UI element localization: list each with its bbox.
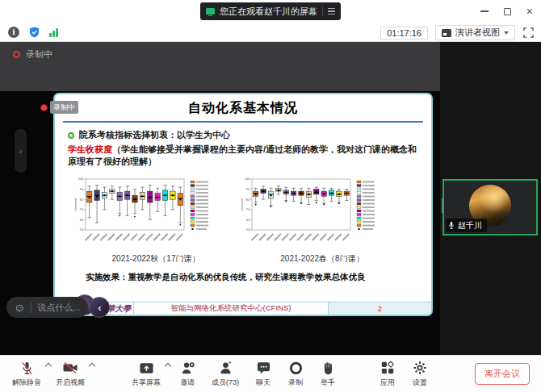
chevron-up-icon[interactable]: [165, 362, 171, 369]
record-ring-icon: [288, 360, 304, 376]
highlight-text: 学生收获度: [68, 144, 112, 154]
meeting-topbar: i 01:17:16 演讲者视图: [0, 23, 541, 42]
slide-footer: 清華大學 智能与网络化系统研究中心(CFINS) 2: [55, 302, 431, 315]
share-screen-button[interactable]: 共享屏幕: [128, 357, 165, 392]
quick-chat-bar: ☺ 说点什么... ‹: [6, 297, 110, 318]
microphone-icon: [448, 221, 455, 230]
start-video-button[interactable]: 开启视频: [52, 357, 89, 392]
apps-grid-icon: [380, 360, 395, 376]
svg-text:70: 70: [246, 208, 250, 211]
apps-button[interactable]: 应用: [371, 357, 404, 392]
caption-autumn: 2021-2022秋（17门课）: [73, 253, 239, 265]
shared-slide: 录制中 自动化系基本情况 院系考核指标选择初衷：以学生为中心 学生收获度（学生能…: [53, 93, 433, 316]
security-shield-icon[interactable]: [28, 26, 40, 39]
svg-text:60: 60: [246, 218, 250, 221]
emoji-icon[interactable]: ☺: [14, 302, 25, 313]
meeting-window: 您正在观看赵千川的屏幕 × i 01:17:16 演讲者视图: [0, 0, 541, 392]
invite-button[interactable]: 邀请: [171, 357, 203, 392]
screen-share-icon: [206, 8, 215, 15]
panel-expand-handle[interactable]: ›: [15, 129, 27, 173]
chart-captions: 2021-2022秋（17门课） 2021-2022春（8门课）: [55, 253, 431, 265]
caption-spring: 2021-2022春（8门课）: [239, 253, 405, 265]
view-mode-button[interactable]: 演讲者视图: [435, 25, 515, 40]
recording-indicator: 录制中: [13, 48, 52, 60]
svg-text:50: 50: [80, 228, 83, 231]
microphone-muted-icon: [19, 360, 35, 376]
members-button[interactable]: 成员(73): [203, 357, 247, 392]
raise-hand-button[interactable]: 举手: [312, 357, 344, 392]
chevron-up-icon[interactable]: [45, 362, 52, 369]
recording-label: 录制中: [26, 48, 52, 60]
svg-text:70: 70: [80, 208, 83, 211]
meeting-toolbar: 解除静音 开启视频 共享屏幕: [0, 355, 541, 392]
participant-video-tile[interactable]: 赵千川: [442, 179, 538, 236]
slide-bullet: 院系考核指标选择初衷：以学生为中心: [68, 129, 431, 141]
minimize-button[interactable]: [480, 10, 489, 11]
invite-person-icon: [180, 360, 195, 376]
svg-text:80: 80: [80, 198, 83, 201]
title-rule: [63, 121, 423, 123]
chat-button[interactable]: 聊天: [247, 357, 279, 392]
record-dot-icon: [13, 51, 20, 58]
charts-row: 5060708090100 5060708090100: [73, 175, 431, 252]
screen-share-stage: 录制中 › 录制中 自动化系基本情况 院系考核指标选择初衷：以学生为中心 学生收…: [0, 42, 440, 355]
share-screen-icon: [139, 360, 154, 376]
chat-placeholder: 说点什么...: [37, 302, 80, 314]
maximize-button[interactable]: [504, 8, 511, 15]
footer-page-number: 2: [329, 302, 431, 315]
titlebar: 您正在观看赵千川的屏幕 ×: [0, 0, 541, 23]
meeting-info-icon[interactable]: i: [8, 27, 19, 38]
record-dot-icon: [40, 104, 48, 111]
svg-text:50: 50: [246, 228, 250, 231]
raised-hand-icon: [321, 360, 335, 376]
footer-center-cell: 智能与网络化系统研究中心(CFINS): [134, 302, 329, 315]
paragraph-text: （学生能够接受并掌握课程的主要内容/通过老师的教学，我对这门课的概念和原理有了很…: [68, 144, 417, 166]
record-button[interactable]: 录制: [279, 357, 312, 392]
meeting-timer: 01:17:16: [380, 27, 428, 40]
svg-text:100: 100: [78, 177, 83, 181]
fullscreen-icon[interactable]: [522, 27, 535, 39]
effect-line: 实施效果：重视教学是自动化系的优良传统，研究生课程教学效果总体优良: [86, 272, 421, 283]
menu-icon[interactable]: [328, 8, 335, 15]
slide-paragraph: 学生收获度（学生能够接受并掌握课程的主要内容/通过老师的教学，我对这门课的概念和…: [68, 144, 418, 168]
chevron-down-icon: [504, 31, 509, 35]
leave-meeting-button[interactable]: 离开会议: [475, 363, 530, 385]
participant-name-tag: 赵千川: [446, 219, 487, 232]
svg-text:90: 90: [80, 188, 83, 191]
boxplot-autumn: 5060708090100: [73, 175, 239, 252]
window-controls: ×: [480, 0, 533, 23]
banner-text: 您正在观看赵千川的屏幕: [220, 6, 317, 18]
chat-input[interactable]: ☺ 说点什么...: [6, 297, 88, 318]
boxplot-spring: 5060708090100: [239, 175, 405, 252]
participant-name: 赵千川: [458, 220, 482, 231]
unmute-button[interactable]: 解除静音: [8, 357, 45, 392]
chat-bubble-icon: [256, 360, 271, 376]
divider: [31, 302, 31, 313]
svg-text:80: 80: [246, 198, 250, 201]
collapse-chat-button[interactable]: ‹: [89, 297, 110, 318]
members-icon: [218, 360, 233, 376]
settings-button[interactable]: 设置: [404, 357, 436, 392]
camera-off-icon: [62, 360, 78, 376]
bullet-text: 院系考核指标选择初衷：以学生为中心: [79, 129, 230, 141]
view-mode-label: 演讲者视图: [455, 27, 500, 39]
svg-text:100: 100: [245, 177, 250, 181]
participants-sidebar: 赵千川: [440, 42, 541, 355]
stage-top-band: [0, 42, 440, 91]
chevron-up-icon[interactable]: [89, 362, 95, 369]
gear-icon: [413, 360, 427, 376]
screen-watch-banner[interactable]: 您正在观看赵千川的屏幕: [200, 2, 341, 20]
recording-badge-label: 录制中: [50, 101, 78, 114]
divider: [322, 6, 323, 16]
layout-icon: [442, 29, 451, 37]
svg-text:60: 60: [80, 218, 83, 221]
close-button[interactable]: ×: [526, 6, 533, 17]
svg-text:90: 90: [246, 188, 250, 191]
bullet-icon: [68, 132, 74, 139]
slide-recording-badge: 录制中: [40, 101, 78, 114]
slide-title: 自动化系基本情况: [55, 100, 431, 117]
network-signal-icon[interactable]: [49, 27, 58, 37]
